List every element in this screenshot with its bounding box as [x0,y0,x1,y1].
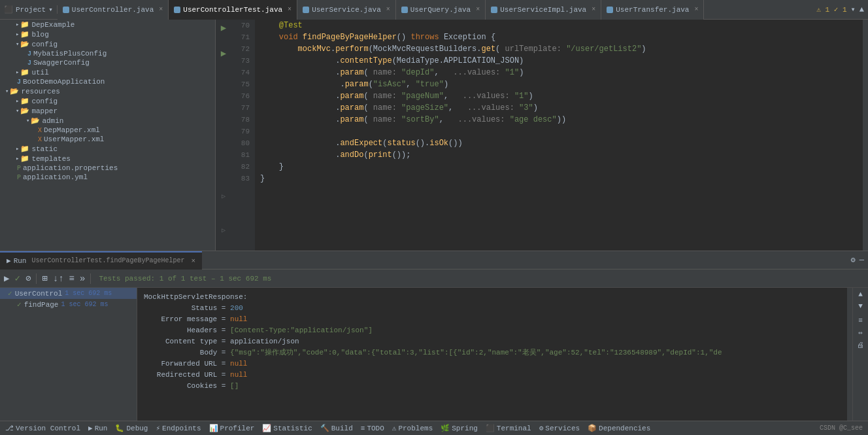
mapper-label: mapper [31,107,58,115]
run-stop-btn[interactable]: ⊘ [25,273,31,284]
project-icon: ⬛ [4,5,13,14]
run-tab-right-actions: ⚙ — [851,255,868,265]
tab-usertransfer[interactable]: UserTransfer.java× [601,0,704,20]
status-bar-icon-6: 🔨 [320,424,329,432]
status-bar-label-7: TODO [367,425,384,432]
fold-icon2[interactable]: ▷ [222,226,225,234]
tab-userserviceimpl[interactable]: UserServiceImpl.java× [486,0,601,20]
print-icon[interactable]: 🖨 [857,341,864,349]
depmapper-xml-icon: X [38,126,42,134]
main-area: ▸ 📁DepExample▸ 📁blog▾ 📂configJMybatisPlu… [0,20,868,251]
status-bar-icon-7: ≡ [361,425,365,432]
status-bar-item-todo[interactable]: ≡ TODO [361,425,384,432]
sidebar: ▸ 📁DepExample▸ 📁blog▾ 📂configJMybatisPlu… [0,20,216,251]
tab-userservice[interactable]: UserService.java× [297,0,396,20]
status-bar-item-dependencies[interactable]: 📦 Dependencies [588,424,650,432]
tab-userserviceimpl-label: UserServiceImpl.java [500,6,586,14]
tab-userquery[interactable]: UserQuery.java× [396,0,486,20]
run-pass-btn[interactable]: ✓ [14,273,20,284]
status-bar-icon-4: 📊 [209,424,218,432]
run-tree-label-1: findPage [24,301,59,309]
run-more-btn[interactable]: » [80,273,85,284]
status-bar-item-terminal[interactable]: ⬛ Terminal [486,424,531,432]
tab-usertransfer-icon [607,7,613,13]
tab-usertransfer-close[interactable]: × [694,6,698,13]
sidebar-item-resources[interactable]: ▾ 📂resources [0,86,215,96]
run-sort-btn[interactable]: ↓↑ [53,273,64,284]
tab-bar-actions: ⚠ 1 ✓ 1 ▾ ▲ [812,5,868,14]
run-tab[interactable]: ▶ Run UserControllerTest.findPageByPageH… [0,251,202,270]
run-right-panel-icons: ▲ ▼ ≡ ⇔ 🖨 [852,288,868,421]
run-gutter-icon2[interactable]: ▶ [221,48,226,59]
wrap-lines-icon[interactable]: ≡ [858,317,863,324]
sidebar-item-admin[interactable]: ▾ 📂admin [0,116,215,126]
sidebar-item-util[interactable]: ▸ 📁util [0,67,215,77]
sidebar-item-blog[interactable]: ▸ 📁blog [0,29,215,39]
fold-icon[interactable]: ▷ [222,192,225,200]
admin-folder-icon: 📂 [31,116,40,125]
status-bar-item-run[interactable]: ▶ Run [88,424,107,432]
collapse-all-icon[interactable]: ▾ [851,5,856,14]
sidebar-item-static[interactable]: ▸ 📁static [0,144,215,154]
sidebar-item-mapper[interactable]: ▾ 📂mapper [0,106,215,116]
run-tree-check-icon: ✓ [8,289,12,298]
status-bar-item-debug[interactable]: 🐛 Debug [115,424,148,432]
status-bar-item-build[interactable]: 🔨 Build [320,424,353,432]
tab-usercontroller-close[interactable]: × [159,6,163,13]
tab-userquery-close[interactable]: × [476,6,480,13]
project-dropdown-icon[interactable]: ▾ [48,5,53,14]
config2-folder-icon: 📁 [20,97,29,105]
util-label: util [31,69,48,77]
sidebar-item-depmapper[interactable]: XDepMapper.xml [0,126,215,135]
status-bar-icon-1: ▶ [88,424,93,432]
sidebar-item-templates[interactable]: ▸ 📁templates [0,154,215,164]
status-bar-item-services[interactable]: ⚙ Services [539,424,580,432]
tab-userserviceimpl-close[interactable]: × [592,6,595,13]
run-close-icon[interactable]: — [860,256,864,265]
code-content[interactable]: @Test void findPageByPageHelper() throws… [255,20,863,251]
editor-scrollbar[interactable] [863,20,868,251]
run-tab-close[interactable]: × [191,257,195,265]
run-rerun-btn[interactable]: ⊞ [42,273,47,284]
status-bar-label-2: Debug [126,425,148,432]
tab-list: UserController.java×UserControllerTest.j… [58,0,812,20]
status-bar-item-version-control[interactable]: ⎇ Version Control [5,424,80,432]
sidebar-item-bootdemoapplication[interactable]: JBootDemoApplication [0,77,215,86]
gutter-icons: ▶ ▶ ▷ ▷ [216,20,231,251]
sidebar-item-appprops[interactable]: Papplication.properties [0,164,215,173]
sidebar-item-appyml[interactable]: Papplication.yml [0,173,215,182]
util-arrow: ▸ [16,69,19,76]
project-header[interactable]: ⬛ Project ▾ [0,5,58,14]
run-output[interactable]: MockHttpServletResponse: Status = 200 Er… [137,288,847,421]
tab-usercontrollertest-close[interactable]: × [288,6,292,13]
status-bar-item-problems[interactable]: ⚠ Problems [392,424,433,432]
run-tree-item-1[interactable]: ✓ findPage 1 sec 692 ms [0,299,137,310]
run-tree-item-0[interactable]: ✓ UserControl 1 sec 692 ms [0,288,137,299]
run-scrollbar[interactable] [847,288,852,421]
tab-usercontrollertest[interactable]: UserControllerTest.java× [169,0,297,20]
tab-userquery-label: UserQuery.java [410,6,471,14]
run-settings-icon[interactable]: ⚙ [851,255,856,265]
sidebar-item-depexample[interactable]: ▸ 📁DepExample [0,20,215,29]
soft-wrap-icon[interactable]: ⇔ [858,328,863,337]
run-tab-label: Run [14,257,27,265]
sidebar-item-swaggerconfig[interactable]: JSwaggerConfig [0,58,215,67]
tab-userservice-close[interactable]: × [386,6,390,13]
status-bar-item-spring[interactable]: 🌿 Spring [441,424,478,432]
status-bar-item-profiler[interactable]: 📊 Profiler [209,424,255,432]
sidebar-item-mybatisplusconfig[interactable]: JMybatisPlusConfig [0,49,215,58]
status-bar-item-statistic[interactable]: 📈 Statistic [262,424,312,432]
status-bar-item-endpoints[interactable]: ⚡ Endpoints [156,424,201,432]
tab-usercontroller[interactable]: UserController.java× [58,0,169,20]
run-list-btn[interactable]: ≡ [69,273,75,284]
run-play-btn[interactable]: ▶ [4,273,9,284]
sidebar-item-config[interactable]: ▾ 📂config [0,39,215,49]
scroll-down-icon[interactable]: ▼ [858,302,863,310]
sidebar-item-config2[interactable]: ▸ 📁config [0,96,215,106]
tab-usercontroller-label: UserController.java [72,6,154,14]
status-bar-icon-2: 🐛 [115,424,124,432]
scroll-up-icon[interactable]: ▲ [858,290,863,298]
run-gutter-icon[interactable]: ▶ [221,22,226,33]
expand-all-icon[interactable]: ▲ [860,5,864,14]
sidebar-item-usermapper[interactable]: XUserMapper.xml [0,135,215,144]
